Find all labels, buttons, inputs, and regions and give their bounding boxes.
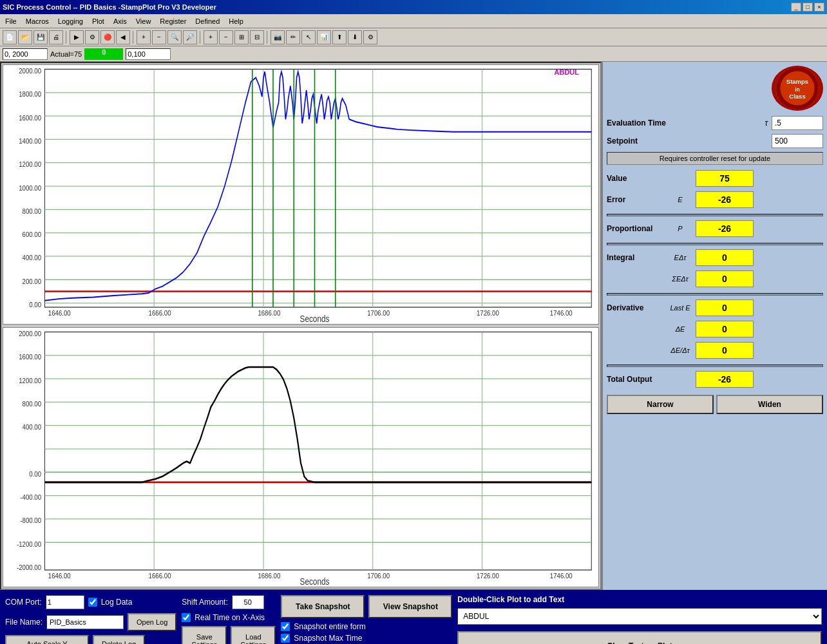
- left-range-input[interactable]: [3, 48, 48, 60]
- com-port-input[interactable]: [46, 595, 84, 609]
- green-value-display: 0: [84, 48, 123, 60]
- open-log-button[interactable]: Open Log: [128, 613, 176, 631]
- narrow-button[interactable]: Narrow: [607, 395, 714, 414]
- error-row: Error E -26: [607, 191, 823, 208]
- view-snapshot-button[interactable]: View Snapshot: [368, 595, 452, 618]
- toolbar-minus[interactable]: −: [152, 30, 166, 44]
- setpoint-label: Setpoint: [607, 137, 768, 146]
- toolbar-btn15[interactable]: ⊞: [234, 30, 249, 44]
- file-name-input[interactable]: [46, 615, 124, 629]
- proportional-symbol: P: [667, 225, 693, 232]
- toolbar-save[interactable]: 💾: [33, 30, 48, 44]
- bottom-far-right-section: Double-Click Plot to add Text ABDUL Clea…: [457, 595, 822, 644]
- svg-text:400.00: 400.00: [23, 254, 42, 262]
- menu-view[interactable]: View: [132, 16, 155, 26]
- toolbar-export[interactable]: ⬆: [332, 30, 347, 44]
- text-dropdown[interactable]: ABDUL: [457, 608, 822, 625]
- menu-file[interactable]: File: [1, 16, 21, 26]
- minimize-button[interactable]: _: [791, 3, 801, 12]
- svg-text:1646.00: 1646.00: [48, 571, 71, 580]
- log-data-checkbox[interactable]: [88, 598, 97, 607]
- tau-input[interactable]: [772, 116, 823, 130]
- take-snapshot-button[interactable]: Take Snapshot: [281, 595, 365, 618]
- toolbar-import[interactable]: ⬇: [348, 30, 362, 44]
- snapshot-max-row: Snapshot Max Time: [281, 634, 452, 643]
- widen-button[interactable]: Widen: [716, 395, 823, 414]
- toolbar-graph[interactable]: 📊: [317, 30, 331, 44]
- toolbar-add[interactable]: +: [137, 30, 151, 44]
- toolbar-sep1: [66, 31, 67, 44]
- address-bar: Actual=75 0: [0, 46, 827, 62]
- svg-text:0.00: 0.00: [29, 300, 41, 308]
- svg-text:1706.00: 1706.00: [367, 308, 390, 317]
- menu-logging[interactable]: Logging: [54, 16, 87, 26]
- svg-text:2000.00: 2000.00: [19, 66, 41, 75]
- toolbar-btn6[interactable]: ⚙: [85, 30, 99, 44]
- menu-axis[interactable]: Axis: [109, 16, 131, 26]
- realtime-checkbox[interactable]: [182, 613, 191, 622]
- toolbar-config[interactable]: ⚙: [363, 30, 377, 44]
- toolbar-btn14[interactable]: −: [219, 30, 233, 44]
- shift-label: Shift Amount:: [182, 598, 227, 607]
- svg-text:800.00: 800.00: [23, 399, 42, 408]
- toolbar-btn7[interactable]: 🔴: [100, 30, 115, 44]
- right-range-input[interactable]: [126, 48, 171, 60]
- snapshot-entire-checkbox[interactable]: [281, 622, 290, 631]
- realtime-row: Real Time on X-Axis: [182, 613, 276, 622]
- toolbar-sep3: [200, 31, 201, 44]
- actual-label: Actual=75: [50, 50, 82, 58]
- setpoint-row: Setpoint: [607, 134, 823, 148]
- menu-help[interactable]: Help: [225, 16, 247, 26]
- toolbar-btn13[interactable]: +: [204, 30, 218, 44]
- value-row: Value 75: [607, 170, 823, 187]
- derivative-symbol3: ΔE/Δτ: [667, 346, 693, 354]
- eval-time-row: Evaluation Time τ: [607, 116, 823, 130]
- bottom-plot-container[interactable]: 2000.00 1600.00 1200.00 800.00 400.00 0.…: [3, 327, 599, 587]
- svg-text:1800.00: 1800.00: [19, 90, 41, 98]
- svg-text:200.00: 200.00: [23, 277, 42, 285]
- toolbar-back[interactable]: ◀: [116, 30, 130, 44]
- maximize-button[interactable]: □: [803, 3, 813, 12]
- derivative-row1: Derivative Last E 0: [607, 299, 823, 316]
- toolbar-zoom[interactable]: 🔍: [167, 30, 182, 44]
- snapshot-max-checkbox[interactable]: [281, 634, 290, 643]
- toolbar-cursor[interactable]: ↖: [301, 30, 316, 44]
- setpoint-input[interactable]: [772, 134, 823, 148]
- toolbar-new[interactable]: 📄: [3, 30, 17, 44]
- total-output-display: -26: [696, 371, 754, 388]
- com-port-label: COM Port:: [5, 598, 42, 607]
- menu-register[interactable]: Register: [156, 16, 190, 26]
- bottom-plot-svg: 2000.00 1600.00 1200.00 800.00 400.00 0.…: [3, 328, 598, 587]
- bottom-area: COM Port: Log Data File Name: Open Log A…: [0, 590, 827, 644]
- save-settings-button[interactable]: SaveSettings: [182, 626, 227, 644]
- snapshot-max-label: Snapshot Max Time: [294, 634, 362, 643]
- svg-text:1726.00: 1726.00: [477, 308, 499, 317]
- load-settings-button[interactable]: LoadSettings: [231, 626, 276, 644]
- toolbar-btn5[interactable]: ▶: [70, 30, 84, 44]
- svg-text:Seconds: Seconds: [300, 314, 330, 324]
- svg-text:1686.00: 1686.00: [258, 571, 280, 580]
- toolbar-open[interactable]: 📂: [18, 30, 32, 44]
- derivative-label: Derivative: [607, 303, 665, 312]
- file-name-row: File Name: Open Log: [5, 613, 176, 631]
- shift-input[interactable]: [232, 595, 264, 609]
- delete-log-button[interactable]: Delete Log: [93, 635, 145, 644]
- svg-text:-1200.00: -1200.00: [17, 540, 41, 548]
- close-button[interactable]: ×: [814, 3, 824, 12]
- logo-area: Stamps in Class: [607, 66, 823, 111]
- toolbar-zoom2[interactable]: 🔎: [183, 30, 197, 44]
- svg-text:1600.00: 1600.00: [19, 352, 41, 361]
- toolbar-capture[interactable]: 📷: [271, 30, 285, 44]
- toolbar-btn16[interactable]: ⊟: [250, 30, 264, 44]
- menu-macros[interactable]: Macros: [22, 16, 53, 26]
- auto-scale-button[interactable]: Auto Scale Y: [5, 635, 89, 644]
- toolbar-pen[interactable]: ✏: [286, 30, 300, 44]
- svg-text:1686.00: 1686.00: [258, 308, 280, 317]
- menu-plot[interactable]: Plot: [88, 16, 108, 26]
- top-plot-container[interactable]: ABDUL: [3, 64, 599, 325]
- toolbar-print[interactable]: 🖨: [49, 30, 63, 44]
- svg-text:1400.00: 1400.00: [19, 137, 41, 145]
- clear-text-button[interactable]: Clear Text on Plot: [457, 631, 822, 644]
- realtime-label: Real Time on X-Axis: [195, 613, 265, 622]
- menu-defined[interactable]: Defined: [191, 16, 223, 26]
